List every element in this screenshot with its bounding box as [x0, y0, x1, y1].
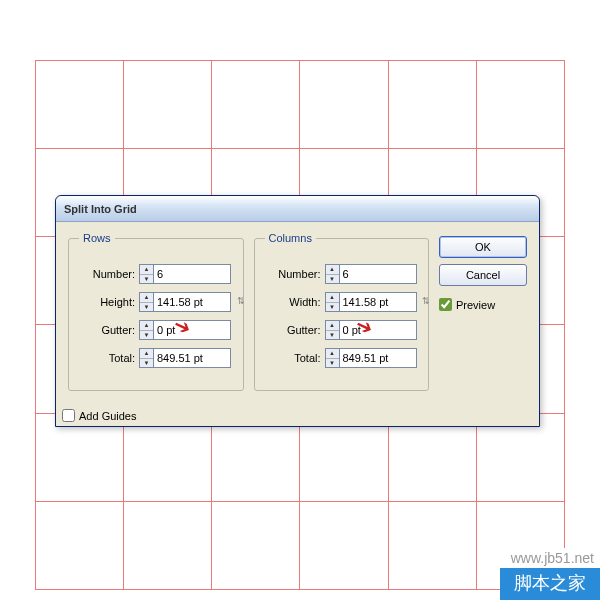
preview-checkbox[interactable] — [439, 298, 452, 311]
rows-total-label: Total: — [79, 352, 135, 364]
watermark-url: www.jb51.net — [500, 548, 600, 568]
rows-gutter-input[interactable] — [153, 320, 231, 340]
rows-number-label: Number: — [79, 268, 135, 280]
preview-label: Preview — [456, 299, 495, 311]
cols-width-label: Width: — [265, 296, 321, 308]
rows-total-input[interactable] — [153, 348, 231, 368]
cols-total-stepper[interactable]: ▲▼ — [325, 348, 339, 368]
dialog-titlebar[interactable]: Split Into Grid — [56, 196, 539, 222]
rows-legend: Rows — [79, 232, 115, 244]
rows-group: Rows Number: ▲▼ Height: ▲▼ Gutt — [68, 232, 244, 391]
cols-gutter-input[interactable] — [339, 320, 417, 340]
add-guides-label: Add Guides — [79, 410, 136, 422]
rows-total-stepper[interactable]: ▲▼ — [139, 348, 153, 368]
watermark-text: 脚本之家 — [514, 573, 586, 593]
cols-width-stepper[interactable]: ▲▼ — [325, 292, 339, 312]
rows-height-input[interactable] — [153, 292, 231, 312]
cols-total-label: Total: — [265, 352, 321, 364]
add-guides-checkbox[interactable] — [62, 409, 75, 422]
columns-group: Columns Number: ▲▼ Width: ▲▼ Gu — [254, 232, 430, 391]
cols-width-input[interactable] — [339, 292, 417, 312]
cols-total-input[interactable] — [339, 348, 417, 368]
watermark: www.jb51.net 脚本之家 — [500, 548, 600, 600]
preview-checkbox-label[interactable]: Preview — [439, 298, 527, 311]
dialog-title: Split Into Grid — [64, 203, 137, 215]
rows-height-label: Height: — [79, 296, 135, 308]
cancel-button[interactable]: Cancel — [439, 264, 527, 286]
link-icon: ⇅ — [422, 296, 430, 306]
rows-height-stepper[interactable]: ▲▼ — [139, 292, 153, 312]
ok-button[interactable]: OK — [439, 236, 527, 258]
rows-gutter-label: Gutter: — [79, 324, 135, 336]
cols-number-stepper[interactable]: ▲▼ — [325, 264, 339, 284]
columns-legend: Columns — [265, 232, 316, 244]
rows-number-stepper[interactable]: ▲▼ — [139, 264, 153, 284]
split-into-grid-dialog: Split Into Grid Rows Number: ▲▼ Height: … — [55, 195, 540, 427]
rows-gutter-stepper[interactable]: ▲▼ — [139, 320, 153, 340]
rows-number-input[interactable] — [153, 264, 231, 284]
link-icon: ⇅ — [237, 296, 245, 306]
cols-number-input[interactable] — [339, 264, 417, 284]
cols-gutter-label: Gutter: — [265, 324, 321, 336]
cols-number-label: Number: — [265, 268, 321, 280]
cols-gutter-stepper[interactable]: ▲▼ — [325, 320, 339, 340]
